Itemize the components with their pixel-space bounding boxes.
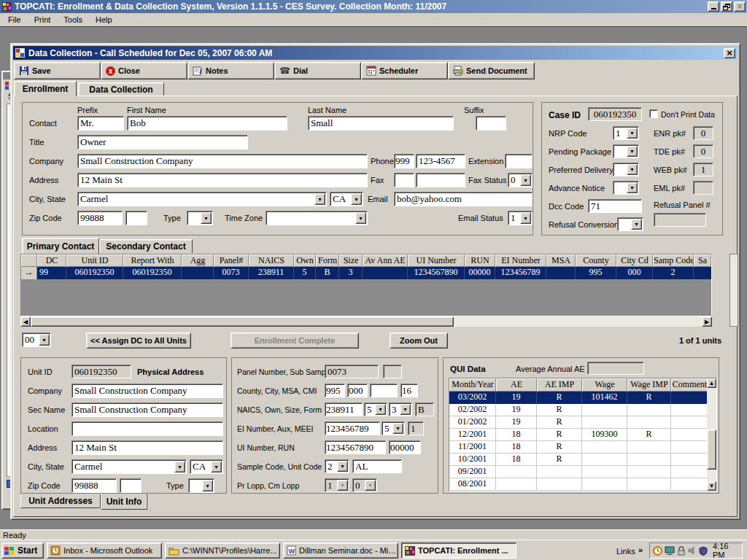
dcc-code-input[interactable] xyxy=(588,199,642,213)
menu-file[interactable]: File xyxy=(1,14,28,26)
chevron-down-icon[interactable]: ▼ xyxy=(631,219,642,230)
ua-type-combo[interactable]: ▼ xyxy=(188,478,214,493)
ua-zip-input[interactable] xyxy=(71,478,117,493)
chevron-down-icon[interactable]: ▼ xyxy=(627,164,638,175)
hscroll-track[interactable] xyxy=(454,316,702,327)
task-outlook[interactable]: Inbox - Microsoft Outlook xyxy=(47,542,162,559)
ui-number-input[interactable] xyxy=(325,440,386,454)
chevron-down-icon[interactable]: ▼ xyxy=(375,404,386,415)
assign-dc-button[interactable]: << Assign DC to All Units xyxy=(86,332,191,349)
dont-print-checkbox[interactable] xyxy=(649,109,658,118)
qui-row[interactable]: 09/2001 xyxy=(449,466,716,478)
menu-tools[interactable]: Tools xyxy=(57,14,89,26)
close-button[interactable]: × xyxy=(734,1,746,12)
qui-row[interactable]: 12/2001 18 R 109300 R xyxy=(449,429,716,441)
links-label[interactable]: Links xyxy=(616,547,635,556)
fax-number-input[interactable] xyxy=(416,173,465,187)
task-word[interactable]: W Dillman Seminar.doc - Mic... xyxy=(283,542,398,559)
ua-state-combo[interactable]: CA ▼ xyxy=(190,459,223,474)
first-name-input[interactable] xyxy=(127,116,287,131)
unit-code-input[interactable] xyxy=(352,459,402,473)
company-input[interactable] xyxy=(77,154,368,168)
qui-vscrollbar[interactable]: ▲ ▼ xyxy=(707,378,716,491)
chevron-down-icon[interactable]: ▼ xyxy=(202,480,213,491)
notes-button[interactable]: Notes xyxy=(187,62,274,79)
county-input[interactable] xyxy=(325,384,345,397)
chevron-down-icon[interactable]: ▼ xyxy=(351,193,362,205)
units-grid-selected-row[interactable]: → 99 060192350 060192350 0073 238911 5 B… xyxy=(21,267,711,279)
scroll-right-icon[interactable]: ▶ xyxy=(702,316,712,327)
ua-address-input[interactable] xyxy=(71,440,223,455)
email-status-combo[interactable]: 1 ▼ xyxy=(508,211,533,225)
state-combo[interactable]: CA ▼ xyxy=(330,192,363,206)
size-combo[interactable]: 3 ▼ xyxy=(389,402,412,416)
extension-input[interactable] xyxy=(505,154,533,168)
restore-button[interactable] xyxy=(721,1,732,12)
dc-code-combo[interactable]: 00 ▼ xyxy=(22,332,51,347)
fax-status-combo[interactable]: 0 ▼ xyxy=(508,173,533,187)
chevron-down-icon[interactable]: ▼ xyxy=(627,146,638,157)
links-chevron-icon[interactable]: » xyxy=(638,545,643,554)
sec-name-input[interactable] xyxy=(71,402,223,417)
qui-row[interactable]: 11/2001 18 R xyxy=(449,441,716,454)
ei-number-input[interactable] xyxy=(325,421,380,435)
ua-city-combo[interactable]: Carmel ▼ xyxy=(71,459,187,474)
phone-area-input[interactable] xyxy=(394,154,414,168)
chevron-down-icon[interactable]: ▼ xyxy=(211,461,222,472)
nrp-code-combo[interactable]: 1 ▼ xyxy=(613,126,639,140)
tray-clock-time[interactable]: 4:16 PM xyxy=(713,542,742,559)
send-document-button[interactable]: Send Document xyxy=(448,62,535,79)
tray-display-icon[interactable] xyxy=(665,546,675,556)
qui-row-selected[interactable]: 03/2002 19 R 101462 R xyxy=(449,392,716,404)
time-zone-combo[interactable]: ▼ xyxy=(266,211,368,225)
zip-input[interactable] xyxy=(77,211,123,225)
dialog-close-button[interactable]: × xyxy=(724,48,735,58)
tab-data-collection[interactable]: Data Collection xyxy=(78,82,164,96)
chevron-down-icon[interactable]: ▼ xyxy=(520,174,531,186)
city-combo[interactable]: Carmel ▼ xyxy=(77,192,327,206)
qui-row[interactable]: 02/2002 19 R xyxy=(449,404,716,416)
chevron-down-icon[interactable]: ▼ xyxy=(314,193,325,205)
chevron-down-icon[interactable]: ▼ xyxy=(39,334,50,346)
tab-secondary-contact[interactable]: Secondary Contact xyxy=(99,239,193,253)
tab-primary-contact[interactable]: Primary Contact xyxy=(22,238,99,254)
ua-zip4-input[interactable] xyxy=(120,478,142,493)
chevron-down-icon[interactable]: ▼ xyxy=(201,212,212,224)
qui-row[interactable]: 01/2002 19 R xyxy=(449,416,716,429)
chevron-down-icon[interactable]: ▼ xyxy=(174,461,185,472)
tray-clock-icon[interactable] xyxy=(653,546,662,556)
run-input[interactable] xyxy=(389,440,421,454)
advance-notice-combo[interactable]: ▼ xyxy=(613,181,639,195)
tab-unit-addresses[interactable]: Unit Addresses xyxy=(20,494,101,508)
save-button[interactable]: Save xyxy=(14,62,101,79)
menu-print[interactable]: Print xyxy=(28,14,58,26)
scroll-up-icon[interactable]: ▲ xyxy=(707,378,716,388)
preferred-delivery-combo[interactable]: ▼ xyxy=(613,163,639,176)
own-combo[interactable]: 5 ▼ xyxy=(364,402,387,416)
chevron-down-icon[interactable]: ▼ xyxy=(400,404,411,415)
menu-help[interactable]: Help xyxy=(89,14,119,26)
suffix-input[interactable] xyxy=(476,116,506,131)
qui-row[interactable]: 08/2001 xyxy=(449,478,716,491)
qui-vscroll-thumb[interactable] xyxy=(707,429,716,470)
phone-number-input[interactable] xyxy=(416,154,465,168)
start-button[interactable]: Start xyxy=(1,542,44,559)
msa-input[interactable] xyxy=(370,384,398,397)
task-topcati[interactable]: TOPCATI: Enrollment ... xyxy=(401,542,516,559)
task-explorer[interactable]: C:\WINNT\Profiles\Harre... xyxy=(165,542,280,559)
scheduler-button[interactable]: Scheduler xyxy=(361,62,448,79)
ua-company-input[interactable] xyxy=(71,384,223,398)
email-input[interactable] xyxy=(394,192,533,206)
zoom-out-button[interactable]: Zoom Out xyxy=(390,332,448,349)
zip4-input[interactable] xyxy=(125,211,147,225)
refusal-conversion-combo[interactable]: ▼ xyxy=(617,217,643,231)
chevron-down-icon[interactable]: ▼ xyxy=(520,212,531,224)
scroll-left-icon[interactable]: ◀ xyxy=(20,316,31,327)
last-name-input[interactable] xyxy=(308,116,454,131)
address-input[interactable] xyxy=(77,173,368,187)
units-grid-hscrollbar[interactable]: ◀ ▶ xyxy=(20,316,712,327)
aux-combo[interactable]: 5 ▼ xyxy=(382,421,405,435)
type-combo[interactable]: ▼ xyxy=(187,211,213,225)
tray-antivirus-icon[interactable]: V xyxy=(699,546,708,556)
minimize-button[interactable] xyxy=(708,1,719,12)
